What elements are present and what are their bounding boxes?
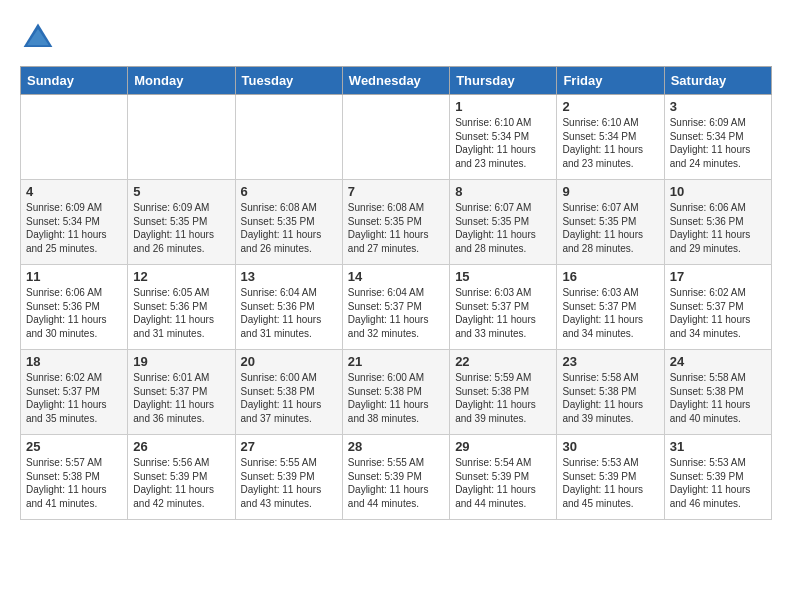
day-number: 22 xyxy=(455,354,551,369)
calendar-cell: 3Sunrise: 6:09 AMSunset: 5:34 PMDaylight… xyxy=(664,95,771,180)
day-info: Sunrise: 5:55 AMSunset: 5:39 PMDaylight:… xyxy=(241,456,337,510)
day-number: 13 xyxy=(241,269,337,284)
day-number: 21 xyxy=(348,354,444,369)
day-info: Sunrise: 6:00 AMSunset: 5:38 PMDaylight:… xyxy=(348,371,444,425)
calendar-cell: 1Sunrise: 6:10 AMSunset: 5:34 PMDaylight… xyxy=(450,95,557,180)
day-info: Sunrise: 5:54 AMSunset: 5:39 PMDaylight:… xyxy=(455,456,551,510)
calendar-header-row: SundayMondayTuesdayWednesdayThursdayFrid… xyxy=(21,67,772,95)
calendar-cell: 30Sunrise: 5:53 AMSunset: 5:39 PMDayligh… xyxy=(557,435,664,520)
calendar-cell: 10Sunrise: 6:06 AMSunset: 5:36 PMDayligh… xyxy=(664,180,771,265)
day-info: Sunrise: 5:53 AMSunset: 5:39 PMDaylight:… xyxy=(670,456,766,510)
calendar-week-1: 1Sunrise: 6:10 AMSunset: 5:34 PMDaylight… xyxy=(21,95,772,180)
day-number: 26 xyxy=(133,439,229,454)
day-info: Sunrise: 6:08 AMSunset: 5:35 PMDaylight:… xyxy=(241,201,337,255)
day-info: Sunrise: 5:56 AMSunset: 5:39 PMDaylight:… xyxy=(133,456,229,510)
day-info: Sunrise: 5:57 AMSunset: 5:38 PMDaylight:… xyxy=(26,456,122,510)
day-number: 23 xyxy=(562,354,658,369)
day-info: Sunrise: 6:03 AMSunset: 5:37 PMDaylight:… xyxy=(562,286,658,340)
calendar-cell: 11Sunrise: 6:06 AMSunset: 5:36 PMDayligh… xyxy=(21,265,128,350)
calendar-cell: 24Sunrise: 5:58 AMSunset: 5:38 PMDayligh… xyxy=(664,350,771,435)
header-monday: Monday xyxy=(128,67,235,95)
day-info: Sunrise: 6:01 AMSunset: 5:37 PMDaylight:… xyxy=(133,371,229,425)
day-number: 6 xyxy=(241,184,337,199)
day-info: Sunrise: 6:03 AMSunset: 5:37 PMDaylight:… xyxy=(455,286,551,340)
day-number: 15 xyxy=(455,269,551,284)
header-wednesday: Wednesday xyxy=(342,67,449,95)
day-info: Sunrise: 5:55 AMSunset: 5:39 PMDaylight:… xyxy=(348,456,444,510)
calendar-cell: 5Sunrise: 6:09 AMSunset: 5:35 PMDaylight… xyxy=(128,180,235,265)
day-info: Sunrise: 6:08 AMSunset: 5:35 PMDaylight:… xyxy=(348,201,444,255)
day-info: Sunrise: 5:53 AMSunset: 5:39 PMDaylight:… xyxy=(562,456,658,510)
calendar-cell: 8Sunrise: 6:07 AMSunset: 5:35 PMDaylight… xyxy=(450,180,557,265)
calendar-cell: 17Sunrise: 6:02 AMSunset: 5:37 PMDayligh… xyxy=(664,265,771,350)
day-number: 10 xyxy=(670,184,766,199)
day-number: 25 xyxy=(26,439,122,454)
day-number: 9 xyxy=(562,184,658,199)
calendar-cell xyxy=(235,95,342,180)
day-info: Sunrise: 6:06 AMSunset: 5:36 PMDaylight:… xyxy=(26,286,122,340)
calendar-week-4: 18Sunrise: 6:02 AMSunset: 5:37 PMDayligh… xyxy=(21,350,772,435)
calendar-cell: 19Sunrise: 6:01 AMSunset: 5:37 PMDayligh… xyxy=(128,350,235,435)
calendar-cell: 16Sunrise: 6:03 AMSunset: 5:37 PMDayligh… xyxy=(557,265,664,350)
calendar-cell: 18Sunrise: 6:02 AMSunset: 5:37 PMDayligh… xyxy=(21,350,128,435)
day-number: 18 xyxy=(26,354,122,369)
day-info: Sunrise: 6:10 AMSunset: 5:34 PMDaylight:… xyxy=(455,116,551,170)
calendar-cell: 22Sunrise: 5:59 AMSunset: 5:38 PMDayligh… xyxy=(450,350,557,435)
calendar-cell: 28Sunrise: 5:55 AMSunset: 5:39 PMDayligh… xyxy=(342,435,449,520)
calendar-cell: 7Sunrise: 6:08 AMSunset: 5:35 PMDaylight… xyxy=(342,180,449,265)
calendar-cell: 25Sunrise: 5:57 AMSunset: 5:38 PMDayligh… xyxy=(21,435,128,520)
calendar-cell: 29Sunrise: 5:54 AMSunset: 5:39 PMDayligh… xyxy=(450,435,557,520)
day-info: Sunrise: 5:58 AMSunset: 5:38 PMDaylight:… xyxy=(670,371,766,425)
day-number: 12 xyxy=(133,269,229,284)
header-sunday: Sunday xyxy=(21,67,128,95)
header-thursday: Thursday xyxy=(450,67,557,95)
day-info: Sunrise: 5:58 AMSunset: 5:38 PMDaylight:… xyxy=(562,371,658,425)
calendar-cell: 23Sunrise: 5:58 AMSunset: 5:38 PMDayligh… xyxy=(557,350,664,435)
day-number: 5 xyxy=(133,184,229,199)
header-tuesday: Tuesday xyxy=(235,67,342,95)
calendar-cell: 27Sunrise: 5:55 AMSunset: 5:39 PMDayligh… xyxy=(235,435,342,520)
day-info: Sunrise: 6:07 AMSunset: 5:35 PMDaylight:… xyxy=(455,201,551,255)
calendar-cell: 26Sunrise: 5:56 AMSunset: 5:39 PMDayligh… xyxy=(128,435,235,520)
day-info: Sunrise: 5:59 AMSunset: 5:38 PMDaylight:… xyxy=(455,371,551,425)
day-number: 14 xyxy=(348,269,444,284)
day-info: Sunrise: 6:02 AMSunset: 5:37 PMDaylight:… xyxy=(670,286,766,340)
day-number: 8 xyxy=(455,184,551,199)
day-info: Sunrise: 6:06 AMSunset: 5:36 PMDaylight:… xyxy=(670,201,766,255)
calendar-cell xyxy=(342,95,449,180)
day-number: 1 xyxy=(455,99,551,114)
calendar-week-2: 4Sunrise: 6:09 AMSunset: 5:34 PMDaylight… xyxy=(21,180,772,265)
calendar-cell: 20Sunrise: 6:00 AMSunset: 5:38 PMDayligh… xyxy=(235,350,342,435)
header-saturday: Saturday xyxy=(664,67,771,95)
logo-icon xyxy=(20,20,56,56)
calendar-cell: 4Sunrise: 6:09 AMSunset: 5:34 PMDaylight… xyxy=(21,180,128,265)
calendar-cell: 15Sunrise: 6:03 AMSunset: 5:37 PMDayligh… xyxy=(450,265,557,350)
day-number: 4 xyxy=(26,184,122,199)
day-number: 28 xyxy=(348,439,444,454)
calendar-week-3: 11Sunrise: 6:06 AMSunset: 5:36 PMDayligh… xyxy=(21,265,772,350)
day-number: 27 xyxy=(241,439,337,454)
day-number: 20 xyxy=(241,354,337,369)
day-number: 17 xyxy=(670,269,766,284)
day-number: 11 xyxy=(26,269,122,284)
day-number: 19 xyxy=(133,354,229,369)
day-info: Sunrise: 6:09 AMSunset: 5:34 PMDaylight:… xyxy=(670,116,766,170)
calendar-cell xyxy=(128,95,235,180)
calendar-cell xyxy=(21,95,128,180)
day-number: 31 xyxy=(670,439,766,454)
calendar-cell: 12Sunrise: 6:05 AMSunset: 5:36 PMDayligh… xyxy=(128,265,235,350)
header-friday: Friday xyxy=(557,67,664,95)
day-info: Sunrise: 6:04 AMSunset: 5:36 PMDaylight:… xyxy=(241,286,337,340)
calendar-cell: 9Sunrise: 6:07 AMSunset: 5:35 PMDaylight… xyxy=(557,180,664,265)
day-info: Sunrise: 6:02 AMSunset: 5:37 PMDaylight:… xyxy=(26,371,122,425)
calendar-cell: 6Sunrise: 6:08 AMSunset: 5:35 PMDaylight… xyxy=(235,180,342,265)
day-info: Sunrise: 6:07 AMSunset: 5:35 PMDaylight:… xyxy=(562,201,658,255)
day-number: 16 xyxy=(562,269,658,284)
day-info: Sunrise: 6:00 AMSunset: 5:38 PMDaylight:… xyxy=(241,371,337,425)
day-number: 24 xyxy=(670,354,766,369)
day-number: 7 xyxy=(348,184,444,199)
calendar-cell: 31Sunrise: 5:53 AMSunset: 5:39 PMDayligh… xyxy=(664,435,771,520)
day-info: Sunrise: 6:09 AMSunset: 5:34 PMDaylight:… xyxy=(26,201,122,255)
calendar-week-5: 25Sunrise: 5:57 AMSunset: 5:38 PMDayligh… xyxy=(21,435,772,520)
calendar-cell: 21Sunrise: 6:00 AMSunset: 5:38 PMDayligh… xyxy=(342,350,449,435)
